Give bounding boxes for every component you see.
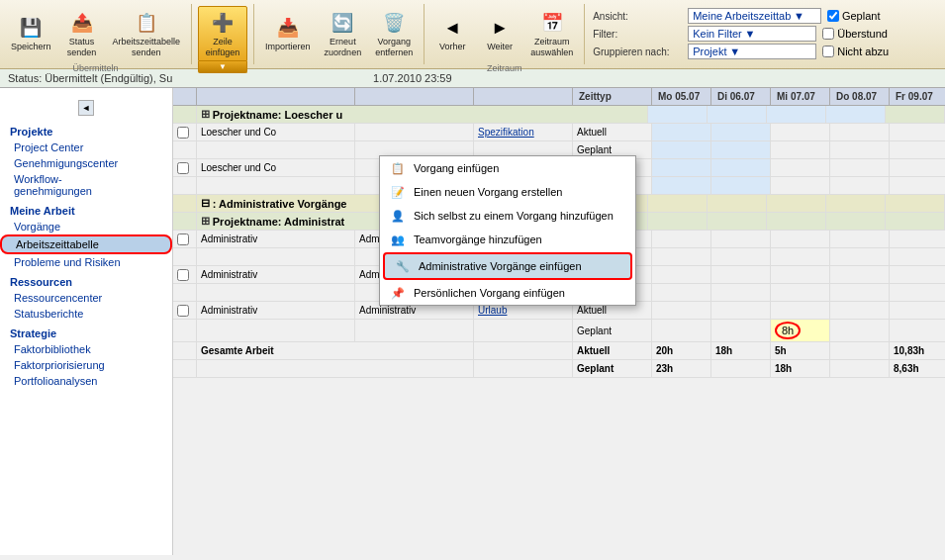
mo-spez-geplant[interactable] — [652, 141, 711, 158]
menu-item-persoenlich[interactable]: 📌 Persönlichen Vorgang einfügen — [380, 281, 635, 305]
geplant-check[interactable]: Geplant — [827, 10, 881, 22]
do-krank-geplant[interactable] — [830, 284, 890, 301]
fr-urlaub-geplant[interactable] — [890, 320, 945, 341]
mi-urlaub-aktuell[interactable] — [771, 302, 830, 319]
ansicht-select[interactable]: Meine Arbeitszeittab ▼ — [688, 8, 821, 24]
arbeitszeittabelle-senden-button[interactable]: 📋 Arbeitszeittabellesenden — [108, 6, 186, 61]
zeile-arrow[interactable]: ▼ — [198, 61, 247, 73]
sidebar-item-faktorprio[interactable]: Faktorpriorisierung — [0, 357, 172, 373]
sidebar-item-statusberichte[interactable]: Statusberichte — [0, 306, 172, 322]
mo-spez-aktuell[interactable] — [652, 124, 711, 140]
mo-ws-geplant[interactable] — [652, 177, 711, 194]
sidebar-item-workflow[interactable]: Workflow-genehmigungen — [0, 171, 172, 199]
weiter-button[interactable]: ► Weiter — [478, 11, 521, 55]
fr-admin1-aktuell[interactable] — [890, 231, 945, 247]
speichern-button[interactable]: 💾 Speichern — [6, 11, 56, 55]
mo-krank-geplant[interactable] — [652, 284, 711, 301]
filter-arrow[interactable]: ▼ — [745, 28, 756, 40]
vorher-button[interactable]: ◄ Vorher — [430, 11, 474, 55]
menu-item-selbst[interactable]: 👤 Sich selbst zu einem Vorgang hinzufüge… — [380, 204, 635, 228]
sidebar-item-probleme[interactable]: Probleme und Risiken — [0, 254, 172, 270]
sidebar-collapse-button[interactable]: ◄ — [78, 100, 94, 116]
mo-admin1-aktuell[interactable] — [652, 231, 711, 247]
mi-krank-geplant[interactable] — [771, 284, 830, 301]
mo-urlaub-geplant[interactable] — [652, 320, 711, 341]
mi-krank-aktuell[interactable] — [771, 266, 830, 283]
di-ws-geplant[interactable] — [711, 177, 771, 194]
do-admin1-aktuell[interactable] — [830, 231, 890, 247]
check-loescher-ws[interactable] — [173, 159, 197, 176]
gruppieren-select[interactable]: Projekt ▼ — [688, 44, 816, 59]
di-ws-aktuell[interactable] — [711, 159, 771, 176]
do-spez-aktuell[interactable] — [830, 124, 890, 140]
check-urlaub[interactable] — [173, 302, 197, 319]
ansicht-arrow[interactable]: ▼ — [794, 10, 804, 22]
fr-ws-geplant[interactable] — [890, 177, 945, 194]
mi-spez-aktuell[interactable] — [771, 124, 830, 140]
di-urlaub-aktuell[interactable] — [711, 302, 771, 319]
link-spezifikation[interactable]: Spezifikation — [474, 124, 573, 140]
zeile-einfuegen-main[interactable]: ➕ Zeileeinfügen — [198, 6, 247, 61]
mi-ws-geplant[interactable] — [771, 177, 830, 194]
mi-admin1-geplant[interactable] — [771, 248, 830, 265]
di-spez-aktuell[interactable] — [711, 124, 771, 140]
menu-item-neuen-vorgang[interactable]: 📝 Einen neuen Vorgang erstellen — [380, 180, 635, 204]
nicht-abzu-check[interactable]: Nicht abzu — [822, 46, 889, 57]
menu-item-vorgang-einfuegen[interactable]: 📋 Vorgang einfügen — [380, 156, 635, 180]
sidebar-item-vorgaenge[interactable]: Vorgänge — [0, 219, 172, 234]
check-loescher-spez[interactable] — [173, 124, 197, 140]
fr-admin1-geplant[interactable] — [890, 248, 945, 265]
mo-krank-aktuell[interactable] — [652, 266, 711, 283]
fr-ws-aktuell[interactable] — [890, 159, 945, 176]
di-krank-geplant[interactable] — [711, 284, 771, 301]
do-krank-aktuell[interactable] — [830, 266, 890, 283]
sidebar-item-portfolio[interactable]: Portfolioanalysen — [0, 373, 172, 389]
ueberstund-checkbox[interactable] — [822, 28, 834, 40]
fr-krank-aktuell[interactable] — [890, 266, 945, 283]
importieren-button[interactable]: 📥 Importieren — [260, 11, 316, 55]
mo-ws-aktuell[interactable] — [652, 159, 711, 176]
di-admin1-aktuell[interactable] — [711, 231, 771, 247]
filter-select[interactable]: Kein Filter ▼ — [688, 26, 816, 42]
check-admin1[interactable] — [173, 231, 197, 247]
mi-spez-geplant[interactable] — [771, 141, 830, 158]
di-spez-geplant[interactable] — [711, 141, 771, 158]
sidebar-item-arbeitszeittabelle[interactable]: Arbeitszeittabelle — [0, 234, 172, 254]
fr-krank-geplant[interactable] — [890, 284, 945, 301]
mi-ws-aktuell[interactable] — [771, 159, 830, 176]
di-krank-aktuell[interactable] — [711, 266, 771, 283]
fr-spez-geplant[interactable] — [890, 141, 945, 158]
di-urlaub-geplant[interactable] — [711, 320, 771, 341]
do-urlaub-aktuell[interactable] — [830, 302, 890, 319]
mi-admin1-aktuell[interactable] — [771, 231, 830, 247]
do-admin1-geplant[interactable] — [830, 248, 890, 265]
ueberstund-check[interactable]: Überstund — [822, 28, 888, 40]
mi-urlaub-geplant[interactable]: 8h — [771, 320, 830, 341]
fr-urlaub-aktuell[interactable] — [890, 302, 945, 319]
zeitraum-auswaehlen-button[interactable]: 📅 Zeitraumauswählen — [525, 6, 578, 61]
sidebar-item-genehmigung[interactable]: Genehmigungscenter — [0, 155, 172, 171]
vorgang-entfernen-button[interactable]: 🗑️ Vorgangentfernen — [370, 6, 418, 61]
menu-item-admin-vorgaenge[interactable]: 🔧 Administrative Vorgänge einfügen — [383, 252, 632, 280]
menu-label-vorgang: Vorgang einfügen — [414, 162, 499, 174]
do-urlaub-geplant[interactable] — [830, 320, 890, 341]
do-spez-geplant[interactable] — [830, 141, 890, 158]
sidebar-item-faktor[interactable]: Faktorbibliothek — [0, 341, 172, 357]
do-ws-geplant[interactable] — [830, 177, 890, 194]
check-krank[interactable] — [173, 266, 197, 283]
mo-urlaub-aktuell[interactable] — [652, 302, 711, 319]
sidebar-item-ressourcen[interactable]: Ressourcencenter — [0, 290, 172, 306]
di-admin1-geplant[interactable] — [711, 248, 771, 265]
status-senden-button[interactable]: 📤 Statussenden — [60, 6, 104, 61]
gruppieren-arrow[interactable]: ▼ — [729, 46, 740, 57]
zeile-einfuegen-split[interactable]: ➕ Zeileeinfügen ▼ — [198, 6, 247, 73]
menu-item-team[interactable]: 👥 Teamvorgänge hinzufügen — [380, 228, 635, 251]
erneut-zuordnen-button[interactable]: 🔄 Erneutzuordnen — [320, 6, 367, 61]
fr-spez-aktuell[interactable] — [890, 124, 945, 140]
do-ws-aktuell[interactable] — [830, 159, 890, 176]
geplant-checkbox[interactable] — [827, 10, 839, 22]
mo-admin1-geplant[interactable] — [652, 248, 711, 265]
nicht-abzu-checkbox[interactable] — [822, 46, 834, 57]
sidebar-item-project-center[interactable]: Project Center — [0, 140, 172, 155]
total-do-aktuell — [830, 342, 890, 359]
